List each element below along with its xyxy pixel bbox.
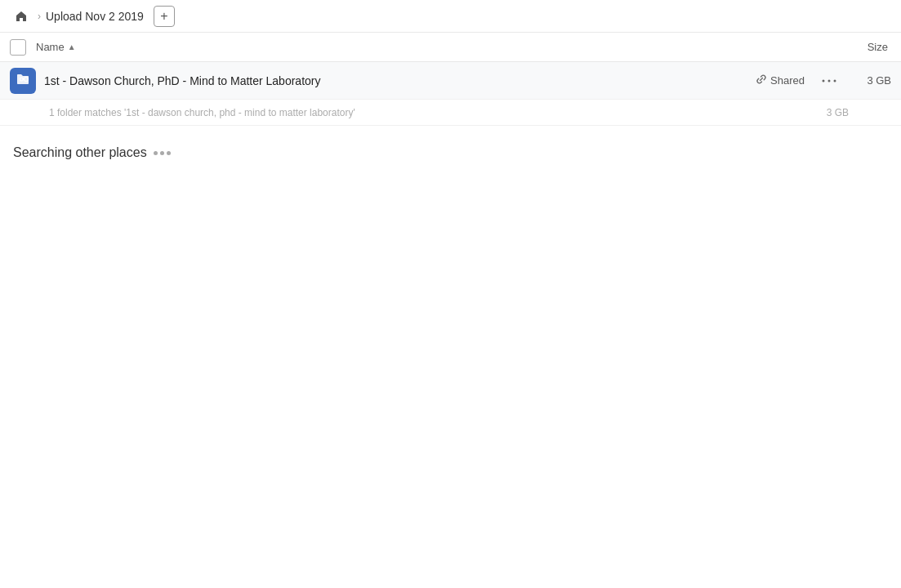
breadcrumb-separator: › xyxy=(38,11,41,22)
name-column-header[interactable]: Name ▲ xyxy=(36,41,76,53)
folder-icon-wrap xyxy=(10,68,36,94)
link-folder-icon xyxy=(16,72,30,89)
match-info-text: 1 folder matches '1st - dawson church, p… xyxy=(49,107,827,118)
select-all-checkbox[interactable] xyxy=(10,39,26,56)
searching-label: Searching other places xyxy=(13,145,147,160)
searching-section: Searching other places xyxy=(0,126,901,180)
breadcrumb-title: Upload Nov 2 2019 xyxy=(46,10,144,23)
column-header-row: Name ▲ Size xyxy=(0,33,901,62)
svg-point-5 xyxy=(834,79,836,82)
link-icon xyxy=(756,74,767,87)
match-info-size: 3 GB xyxy=(827,107,852,118)
svg-point-4 xyxy=(828,79,831,82)
shared-badge: Shared xyxy=(756,74,805,87)
match-info-row: 1 folder matches '1st - dawson church, p… xyxy=(0,100,901,126)
add-button[interactable]: + xyxy=(154,6,175,27)
breadcrumb-bar: › Upload Nov 2 2019 + xyxy=(0,0,901,33)
dot-3 xyxy=(167,151,171,155)
file-size: 3 GB xyxy=(850,74,891,87)
svg-point-3 xyxy=(823,79,825,82)
dot-2 xyxy=(160,151,164,155)
searching-animation xyxy=(154,151,171,155)
sort-arrow-icon: ▲ xyxy=(68,42,76,51)
size-column-header[interactable]: Size xyxy=(868,41,891,53)
more-options-button[interactable] xyxy=(818,69,841,92)
file-name: 1st - Dawson Church, PhD - Mind to Matte… xyxy=(44,74,756,87)
dot-1 xyxy=(154,151,158,155)
shared-label: Shared xyxy=(770,74,805,87)
home-button[interactable] xyxy=(10,5,33,28)
file-list-item[interactable]: 1st - Dawson Church, PhD - Mind to Matte… xyxy=(0,62,901,100)
